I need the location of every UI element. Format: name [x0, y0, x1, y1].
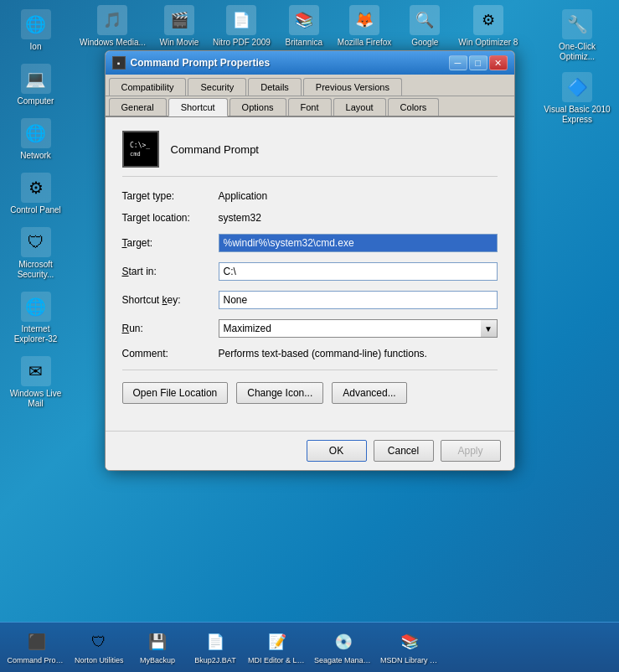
tab-shortcut[interactable]: Shortcut — [168, 98, 228, 116]
maximize-button[interactable]: □ — [469, 55, 487, 70]
target-input[interactable] — [219, 234, 498, 252]
run-select-wrapper: Normal window Minimized Maximized ▼ — [219, 319, 498, 338]
minimize-button[interactable]: ─ — [449, 55, 467, 70]
desktop: 🌐 Ion 💻 Computer 🌐 Network ⚙ Control Pan… — [0, 0, 619, 672]
tabs-row1: Compatibility Security Details Previous … — [106, 75, 514, 96]
action-buttons-row: Open File Location Change Icon... Advanc… — [122, 382, 498, 404]
titlebar-controls: ─ □ ✕ — [449, 55, 508, 70]
cmd-icon: C:\>_ cmd — [128, 139, 153, 159]
close-button[interactable]: ✕ — [489, 55, 508, 70]
svg-text:cmd: cmd — [130, 151, 141, 158]
comment-label: Comment: — [122, 348, 219, 359]
tab-layout[interactable]: Layout — [333, 98, 386, 116]
tab-general[interactable]: General — [109, 98, 167, 116]
change-icon-button[interactable]: Change Icon... — [236, 382, 323, 404]
dialog-titlebar: ▪ Command Prompt Properties ─ □ ✕ — [106, 51, 514, 75]
tab-colors[interactable]: Colors — [388, 98, 440, 116]
start-in-input[interactable] — [219, 262, 498, 281]
target-type-label: Target type: — [122, 190, 219, 202]
tabs-row2: General Shortcut Options Font Layout Col… — [106, 96, 514, 117]
svg-text:C:\>_: C:\>_ — [130, 142, 150, 149]
dialog-footer: OK Cancel Apply — [106, 431, 514, 470]
start-in-label: Start in: — [122, 266, 219, 277]
dialog-content: C:\>_ cmd Command Prompt Target type: Ap… — [106, 117, 514, 431]
shortcut-header: C:\>_ cmd Command Prompt — [122, 131, 498, 177]
dialog-app-icon: ▪ — [112, 56, 126, 70]
target-location-label: Target location: — [122, 212, 219, 224]
ok-button[interactable]: OK — [307, 440, 367, 462]
cancel-button[interactable]: Cancel — [374, 440, 434, 462]
dialog-window: ▪ Command Prompt Properties ─ □ ✕ Compat… — [105, 50, 515, 471]
dialog-title: Command Prompt Properties — [131, 57, 444, 69]
modal-overlay: ▪ Command Prompt Properties ─ □ ✕ Compat… — [0, 0, 619, 672]
tab-font[interactable]: Font — [288, 98, 332, 116]
form-row-target: Target: — [122, 234, 498, 252]
advanced-button[interactable]: Advanced... — [332, 382, 406, 404]
target-type-value: Application — [219, 190, 268, 202]
form-row-comment: Comment: Performs text-based (command-li… — [122, 348, 498, 359]
comment-value: Performs text-based (command-line) funct… — [219, 348, 498, 359]
form-row-target-type: Target type: Application — [122, 190, 498, 202]
form-row-run: Run: Normal window Minimized Maximized ▼ — [122, 319, 498, 338]
run-select[interactable]: Normal window Minimized Maximized — [219, 319, 498, 338]
tab-previous-versions[interactable]: Previous Versions — [303, 78, 402, 96]
shortcut-title-text: Command Prompt — [171, 143, 259, 156]
tab-options[interactable]: Options — [230, 98, 286, 116]
target-label: Target: — [122, 237, 219, 249]
tab-details[interactable]: Details — [248, 78, 302, 96]
shortcut-key-label: Shortcut key: — [122, 294, 219, 306]
form-row-shortcut-key: Shortcut key: — [122, 291, 498, 309]
apply-button[interactable]: Apply — [441, 440, 501, 462]
form-row-target-location: Target location: system32 — [122, 212, 498, 224]
run-label: Run: — [122, 323, 219, 334]
tab-security[interactable]: Security — [188, 78, 246, 96]
tab-compatibility[interactable]: Compatibility — [109, 78, 187, 96]
separator — [122, 370, 498, 370]
shortcut-icon-box: C:\>_ cmd — [122, 131, 159, 168]
target-location-value: system32 — [219, 212, 261, 224]
form-row-start-in: Start in: — [122, 262, 498, 281]
shortcut-key-input[interactable] — [219, 291, 498, 309]
open-file-location-button[interactable]: Open File Location — [122, 382, 229, 404]
